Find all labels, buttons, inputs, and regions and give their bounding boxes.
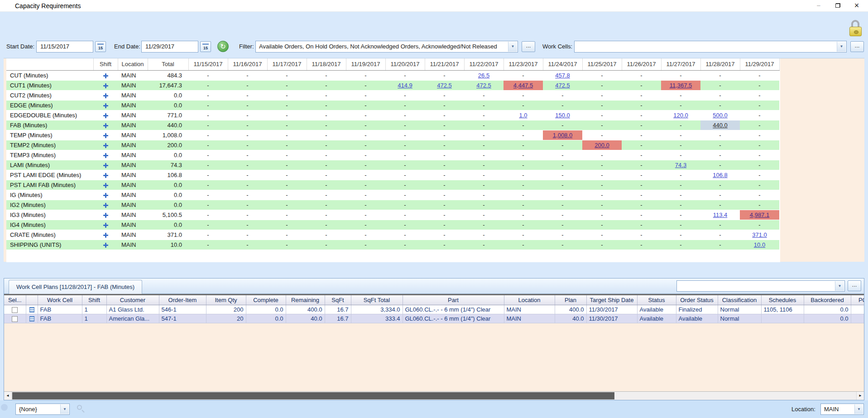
capacity-date-header[interactable]: 11/20/2017 [385,58,425,70]
capacity-value-link[interactable]: 113.4 [713,211,728,218]
add-shift-icon[interactable] [103,163,108,168]
plan-col-header[interactable]: Status [637,295,676,305]
row-detail-icon[interactable] [29,316,34,322]
start-date-input[interactable]: 11/15/2017 [36,41,93,53]
add-shift-icon[interactable] [103,73,108,78]
capacity-value-link[interactable]: 150.0 [555,112,570,119]
plan-ellipsis-button[interactable]: ... [848,280,861,291]
select-checkbox[interactable] [12,316,18,322]
capacity-value-link[interactable]: 1,008.0 [553,132,572,139]
filter-ellipsis-button[interactable]: ... [522,41,535,52]
end-date-calendar-icon[interactable]: 15 [200,41,211,52]
capacity-date-header[interactable]: 11/28/2017 [700,58,740,70]
capacity-date-header[interactable]: 11/19/2017 [346,58,385,70]
plan-col-header[interactable]: Work Cell [38,295,82,305]
restore-icon[interactable] [828,0,847,12]
add-shift-icon[interactable] [103,173,108,178]
capacity-date-header[interactable]: 11/18/2017 [307,58,346,70]
add-shift-icon[interactable] [103,233,108,238]
filter-dropdown[interactable]: Available Orders, On Hold Orders, Not Ac… [255,41,518,53]
capacity-value-link[interactable]: 120.0 [673,112,688,119]
add-shift-icon[interactable] [103,103,108,108]
capacity-value-link[interactable]: 11,367.5 [670,82,692,89]
capacity-value-link[interactable]: 1.0 [519,112,527,119]
chevron-down-icon[interactable] [854,404,863,414]
capacity-value-link[interactable]: 472.5 [476,82,491,89]
preset-dropdown[interactable]: {None} [15,404,70,415]
plan-col-header[interactable]: Backordered [804,295,851,305]
plan-col-header[interactable]: Remaining [286,295,325,305]
search-icon[interactable] [77,405,82,410]
plan-col-header[interactable]: Shift [82,295,106,305]
plan-col-header[interactable]: Complete [246,295,286,305]
plan-col-header[interactable]: Location [504,295,555,305]
capacity-date-header[interactable]: 11/17/2017 [267,58,307,70]
capacity-col-header[interactable]: Shift [93,58,118,70]
add-shift-icon[interactable] [103,213,108,218]
capacity-value-link[interactable]: 200.0 [595,142,609,149]
add-shift-icon[interactable] [103,203,108,208]
add-shift-icon[interactable] [103,93,108,98]
capacity-value-link[interactable]: 4,447.5 [513,82,533,89]
add-shift-icon[interactable] [103,123,108,128]
back-icon[interactable] [1,404,8,411]
plan-col-header[interactable]: Plan [555,295,586,305]
plan-col-header[interactable]: SqFt Total [351,295,403,305]
plan-filter-dropdown[interactable] [676,280,845,292]
plan-col-header[interactable]: Schedules [761,295,804,305]
capacity-date-header[interactable]: 11/29/2017 [740,58,779,70]
plan-col-header[interactable]: Target Ship Date [586,295,637,305]
capacity-date-header[interactable]: 11/15/2017 [188,58,228,70]
capacity-value-link[interactable]: 500.0 [713,112,728,119]
plan-col-header[interactable]: Item Qty [206,295,246,305]
end-date-input[interactable]: 11/29/2017 [141,41,198,53]
plan-col-header[interactable]: PO Nun [851,295,864,305]
capacity-date-header[interactable]: 11/21/2017 [425,58,464,70]
plan-col-header[interactable]: Order-Item [159,295,206,305]
add-shift-icon[interactable] [103,183,108,188]
capacity-value-link[interactable]: 414.9 [398,82,412,89]
row-detail-icon[interactable] [29,307,34,312]
capacity-col-header[interactable]: Location [118,58,148,70]
add-shift-icon[interactable] [103,83,108,88]
scroll-right-icon[interactable] [856,392,864,400]
add-shift-icon[interactable] [103,243,108,248]
capacity-date-header[interactable]: 11/16/2017 [228,58,267,70]
capacity-value-link[interactable]: 457.8 [555,72,570,79]
plan-col-header[interactable]: SqFt [325,295,351,305]
add-shift-icon[interactable] [103,223,108,228]
plan-col-header[interactable]: Part [403,295,504,305]
scrollbar-thumb[interactable] [12,392,614,399]
capacity-col-header[interactable]: Total [148,58,188,70]
capacity-value-link[interactable]: 26.5 [478,72,489,79]
capacity-date-header[interactable]: 11/27/2017 [661,58,700,70]
add-shift-icon[interactable] [103,193,108,198]
close-icon[interactable] [847,0,866,12]
horizontal-scrollbar[interactable] [4,391,864,400]
start-date-calendar-icon[interactable]: 15 [95,41,106,52]
capacity-value-link[interactable]: 10.0 [754,241,765,248]
capacity-value-link[interactable]: 440.0 [713,122,728,129]
capacity-value-link[interactable]: 472.5 [437,82,452,89]
plan-col-header[interactable]: Classification [718,295,761,305]
capacity-date-header[interactable]: 11/25/2017 [582,58,622,70]
capacity-date-header[interactable]: 11/26/2017 [622,58,661,70]
minimize-icon[interactable] [809,0,828,12]
add-shift-icon[interactable] [103,153,108,158]
work-cells-ellipsis-button[interactable]: ... [850,41,864,52]
capacity-value-link[interactable]: 74.3 [675,162,686,168]
plan-col-header[interactable] [26,295,38,305]
plan-row[interactable]: FAB1A1 Glass Ltd.546-12000.0400.016.73,3… [4,305,864,314]
refresh-icon[interactable] [217,41,229,52]
plan-row[interactable]: FAB1American Gla...547-1200.040.016.7333… [4,314,864,323]
add-shift-icon[interactable] [103,113,108,118]
capacity-value-link[interactable]: 472.5 [555,82,570,89]
add-shift-icon[interactable] [103,143,108,148]
chevron-down-icon[interactable] [837,42,846,52]
plan-col-header[interactable]: Customer [106,295,159,305]
location-dropdown[interactable]: MAIN [820,404,864,415]
tab-work-cell-plans[interactable]: Work Cell Plans [11/28/2017] - FAB (Minu… [9,280,142,294]
chevron-down-icon[interactable] [60,404,69,414]
capacity-date-header[interactable]: 11/24/2017 [543,58,582,70]
chevron-down-icon[interactable] [508,42,517,52]
